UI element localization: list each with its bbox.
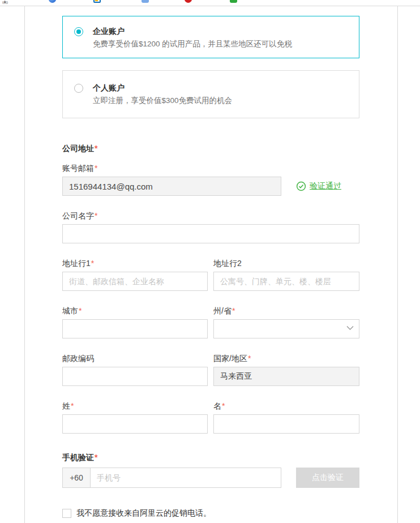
content-column: 企业账户 免费享受价值$1200 的试用产品，并且某些地区还可以免税 个人账户 … [24,6,398,523]
country-input [213,367,359,386]
personal-description: 立即注册，享受价值$300免费试用的机会 [93,96,232,106]
chevron-down-icon [346,325,354,331]
required-asterisk: * [71,401,74,410]
promo-checkbox-row: 我不愿意接收来自阿里云的促销电话。 [62,508,359,518]
state-select[interactable] [213,319,359,338]
flag-favicon[interactable] [93,0,101,3]
required-asterisk: * [91,259,94,268]
name-row: 姓* 名* [62,400,359,434]
strip-left-text: (矣) [2,0,8,5]
required-asterisk: * [79,306,82,315]
state-label: 州/省* [213,305,359,316]
account-option-personal[interactable]: 个人账户 立即注册，享受价值$300免费试用的机会 [62,70,359,118]
city-state-row: 城市* 州/省* [62,305,359,338]
company-name-input[interactable] [62,224,359,243]
phone-country-prefix: +60 [63,468,91,487]
enterprise-title: 企业账户 [93,26,292,36]
phone-input-group: +60 [62,468,281,488]
city-label: 城市* [62,305,208,316]
city-input[interactable] [62,319,208,338]
company-name-field-group: 公司名字* [62,210,359,243]
enterprise-description: 免费享受价值$1200 的试用产品，并且某些地区还可以免税 [93,39,292,49]
company-name-label: 公司名字* [62,210,359,221]
email-label: 账号邮箱* [62,162,359,174]
account-option-text: 企业账户 免费享受价值$1200 的试用产品，并且某些地区还可以免税 [93,26,292,49]
last-name-input[interactable] [62,414,208,434]
first-name-label: 名* [213,400,359,411]
green-app-favicon[interactable] [230,0,237,3]
blue-sphere-favicon[interactable] [49,0,56,3]
browser-strip: (矣) [0,0,420,6]
promo-checkbox[interactable] [62,509,71,518]
check-circle-icon [296,181,306,191]
last-name-label: 姓* [62,400,208,411]
required-asterisk: * [95,211,97,220]
postal-code-label: 邮政编码 [62,353,208,364]
required-asterisk: * [95,453,97,462]
first-name-input[interactable] [213,414,359,434]
required-asterisk: * [95,144,97,153]
required-asterisk: * [95,164,97,173]
verify-button[interactable]: 点击验证 [296,468,359,488]
postal-code-input[interactable] [62,367,208,386]
address-row: 地址行1* 地址行2 [62,258,359,291]
required-asterisk: * [248,354,251,363]
red-app-favicon[interactable] [185,0,192,3]
address-line2-input[interactable] [213,272,359,291]
account-option-enterprise[interactable]: 企业账户 免费享受价值$1200 的试用产品，并且某些地区还可以免税 [62,16,359,58]
blue-app-favicon[interactable] [142,0,149,3]
radio-unselected-icon[interactable] [74,84,83,93]
phone-row: +60 点击验证 [62,468,359,488]
phone-input[interactable] [91,468,281,487]
required-asterisk: * [232,306,235,315]
radio-selected-icon[interactable] [74,27,83,36]
verified-link[interactable]: 验证通过 [296,181,341,191]
email-field-group: 账号邮箱* 验证通过 [62,162,359,196]
address-line1-label: 地址行1* [62,258,208,269]
verified-text: 验证通过 [310,181,341,191]
required-asterisk: * [222,401,225,410]
address-line1-input[interactable] [62,272,208,291]
personal-title: 个人账户 [93,83,232,93]
account-option-text: 个人账户 立即注册，享受价值$300免费试用的机会 [93,83,232,106]
section-title-company-address: 公司地址* [62,144,359,153]
promo-checkbox-label: 我不愿意接收来自阿里云的促销电话。 [76,508,211,518]
address-line2-label: 地址行2 [213,258,359,269]
country-label: 国家/地区* [213,353,359,364]
postal-country-row: 邮政编码 国家/地区* [62,353,359,386]
email-input [62,177,281,196]
section-title-phone-verification: 手机验证* [62,453,359,462]
